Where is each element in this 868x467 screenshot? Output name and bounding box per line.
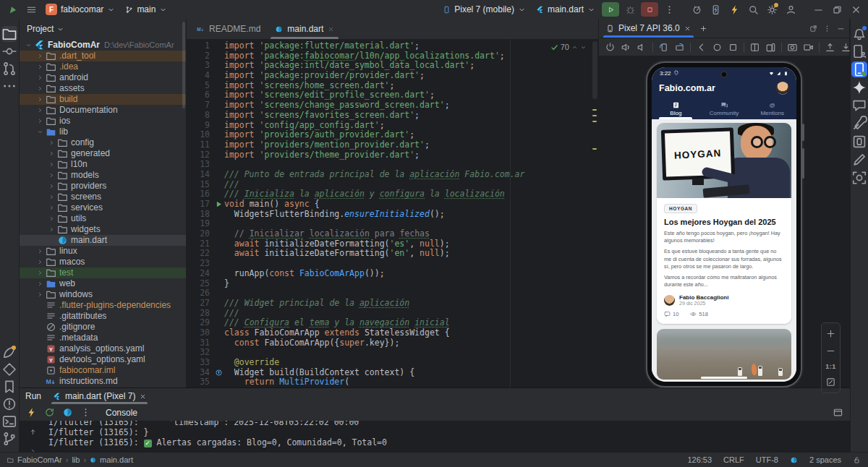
- tree-item[interactable]: config: [20, 137, 186, 148]
- project-icon[interactable]: [1, 26, 17, 42]
- search-everywhere-button[interactable]: [745, 1, 761, 17]
- notifications-icon[interactable]: [851, 25, 867, 41]
- build-tools-icon[interactable]: [851, 116, 867, 132]
- device-selector[interactable]: Pixel 7 (mobile): [439, 3, 529, 16]
- run-configuration-selector[interactable]: main.dart: [532, 3, 599, 16]
- hot-reload-icon[interactable]: [26, 407, 37, 418]
- close-icon[interactable]: [140, 393, 146, 400]
- tree-item[interactable]: .gitignore: [20, 322, 186, 333]
- scroll-to-top-icon[interactable]: [29, 428, 37, 436]
- breadcrumb-item[interactable]: lib: [72, 455, 80, 464]
- app-tab-community[interactable]: Community: [700, 98, 749, 119]
- add-device-tab-icon[interactable]: [699, 25, 707, 33]
- zoom-out-icon[interactable]: [825, 346, 836, 356]
- tree-item[interactable]: .gitattributes: [20, 311, 186, 322]
- console-tab[interactable]: Console: [106, 408, 137, 418]
- fold-device-icon[interactable]: [749, 42, 760, 53]
- volume-down-icon[interactable]: [637, 42, 647, 53]
- console[interactable]: I/flutter (13165): 'timestamp': 2025-12-…: [20, 421, 850, 453]
- tree-item[interactable]: fabiocomar.iml: [20, 365, 186, 376]
- dart-analysis-icon[interactable]: [1, 344, 17, 360]
- next-post-image-card[interactable]: [657, 329, 791, 380]
- run-line-icon[interactable]: [213, 200, 224, 210]
- line-separator[interactable]: CRLF: [723, 455, 744, 464]
- breadcrumb-item[interactable]: FabioComAr: [17, 455, 62, 464]
- tree-item[interactable]: providers: [20, 181, 186, 192]
- tree-item[interactable]: linux: [20, 246, 186, 257]
- tree-item[interactable]: test: [20, 267, 186, 278]
- tree-item[interactable]: build: [20, 94, 186, 105]
- caret-position[interactable]: 126:53: [687, 455, 712, 464]
- more-options-icon[interactable]: [80, 407, 91, 418]
- hot-reload-icon[interactable]: [726, 1, 742, 17]
- debug-button[interactable]: [622, 1, 638, 17]
- close-icon[interactable]: [328, 26, 334, 33]
- lock-open-icon[interactable]: [853, 456, 861, 464]
- device-tab[interactable]: Pixel 7 API 36.0: [603, 19, 694, 38]
- bookmarks-icon[interactable]: [1, 379, 17, 395]
- flutter-performance-icon[interactable]: [1, 361, 17, 377]
- breadcrumb-item[interactable]: main.dart: [100, 455, 133, 464]
- profile-avatar[interactable]: [776, 82, 789, 95]
- power-icon[interactable]: [605, 42, 616, 53]
- tree-item[interactable]: macos: [20, 257, 186, 267]
- breadcrumb[interactable]: FabioComAr›lib›main.dart: [7, 455, 133, 464]
- settings-button[interactable]: [764, 1, 780, 17]
- emulator-screen[interactable]: 3:22 Fabio.: [652, 67, 796, 382]
- inspection-widget[interactable]: 70: [548, 42, 590, 52]
- prev-problem-icon[interactable]: [571, 44, 578, 51]
- running-devices-icon[interactable]: [851, 61, 867, 77]
- dart-devtools-icon[interactable]: [62, 407, 73, 418]
- terminal-icon[interactable]: [1, 414, 17, 429]
- rotate-portrait-icon[interactable]: [658, 42, 669, 53]
- commit-icon[interactable]: [1, 43, 17, 59]
- tree-item[interactable]: models: [20, 170, 186, 181]
- home-icon[interactable]: [712, 42, 723, 53]
- indent-setting[interactable]: 2 spaces: [809, 455, 841, 464]
- hide-panel-icon[interactable]: [837, 25, 845, 33]
- open-in-window-icon[interactable]: [809, 25, 817, 33]
- app-tab-mentions[interactable]: @Mentions: [748, 98, 796, 119]
- push-file-icon[interactable]: [825, 42, 835, 53]
- more-options-icon[interactable]: [823, 25, 831, 33]
- tree-item[interactable]: windows: [20, 289, 186, 300]
- file-encoding[interactable]: UTF-8: [756, 455, 778, 464]
- override-icon[interactable]: [213, 368, 224, 378]
- tree-item[interactable]: utils: [20, 213, 186, 224]
- displays-icon[interactable]: [765, 42, 776, 53]
- back-icon[interactable]: [696, 42, 707, 53]
- stop-button[interactable]: [641, 2, 658, 17]
- window-restore-button[interactable]: [829, 1, 845, 17]
- volume-up-icon[interactable]: [621, 42, 631, 53]
- tree-item[interactable]: .metadata: [20, 333, 186, 343]
- tree-item[interactable]: Minstructions.md: [20, 376, 186, 387]
- account-button[interactable]: [783, 1, 799, 17]
- code-editor[interactable]: 1import 'package:flutter/material.dart';…: [187, 40, 598, 387]
- next-problem-icon[interactable]: [580, 44, 587, 51]
- layout-inspector-icon[interactable]: [851, 152, 867, 168]
- tree-item[interactable]: Yanalysis_options.yaml: [20, 343, 186, 354]
- tree-item[interactable]: screens: [20, 192, 186, 202]
- tree-item[interactable]: generated: [20, 148, 186, 159]
- editor-tab[interactable]: main.dart: [268, 19, 341, 39]
- app-quality-insights-icon[interactable]: [851, 98, 867, 113]
- editor-tab[interactable]: MREADME.md: [190, 19, 268, 39]
- editor-scrollbar[interactable]: [591, 40, 598, 387]
- blog-post-card[interactable]: HOYGAN HOYGAN Los mejores Hoygan del 202…: [657, 123, 791, 324]
- tree-item[interactable]: .idea: [20, 61, 186, 72]
- more-run-actions-button[interactable]: [661, 1, 677, 17]
- screenshot-icon[interactable]: [787, 42, 798, 53]
- post-tag-chip[interactable]: HOYGAN: [664, 204, 697, 213]
- device-streaming-button[interactable]: [707, 1, 723, 17]
- run-tab[interactable]: main.dart (Pixel 7): [51, 388, 148, 404]
- device-explorer-icon[interactable]: [851, 134, 867, 150]
- tree-item[interactable]: Documentation: [20, 105, 186, 116]
- more-icon[interactable]: [1, 78, 17, 94]
- version-control-icon[interactable]: [1, 431, 17, 447]
- problems-icon[interactable]: [1, 396, 17, 412]
- app-content[interactable]: HOYGAN HOYGAN Los mejores Hoygan del 202…: [652, 119, 796, 382]
- rotate-landscape-icon[interactable]: [674, 42, 685, 53]
- main-menu-icon[interactable]: [23, 1, 39, 17]
- project-switcher[interactable]: F fabiocomar: [42, 2, 119, 17]
- tree-item[interactable]: l10n: [20, 159, 186, 170]
